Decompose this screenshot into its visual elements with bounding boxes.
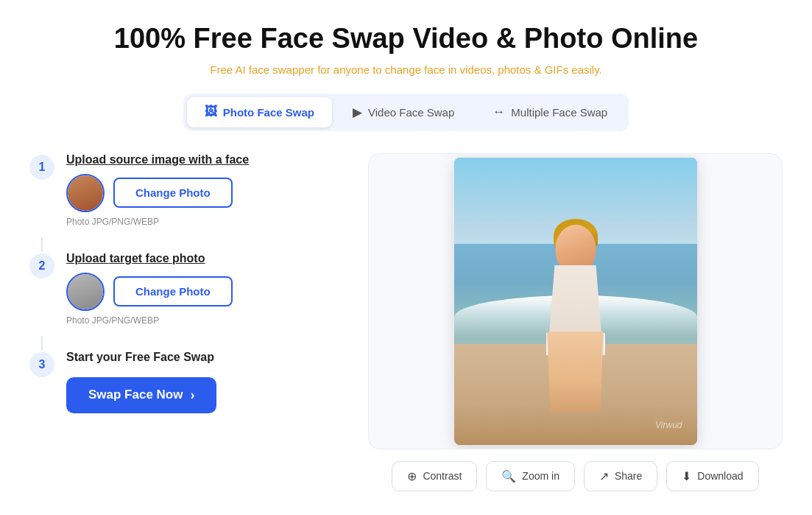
step-2-content: Upload target face photo Change Photo Ph…: [66, 252, 339, 330]
tab-video[interactable]: ▶ Video Face Swap: [335, 97, 472, 127]
right-panel: Virwud ⊕ Contrast 🔍 Zoom in ↗ Share: [368, 153, 783, 491]
download-icon: ⬇: [682, 469, 691, 483]
step-3-number: 3: [29, 352, 54, 377]
step-1-number: 1: [29, 155, 54, 180]
change-photo-target-button[interactable]: Change Photo: [113, 276, 233, 306]
step-1-file-hint: Photo JPG/PNG/WEBP: [66, 217, 339, 227]
person-body: [524, 225, 627, 416]
action-bar: ⊕ Contrast 🔍 Zoom in ↗ Share ⬇ Download: [368, 461, 783, 491]
page-subtitle: Free AI face swapper for anyone to chang…: [29, 63, 783, 76]
main-content: 1 Upload source image with a face Change…: [29, 153, 783, 491]
person-silhouette: [524, 225, 627, 416]
step-divider-2: [41, 336, 43, 351]
contrast-icon: ⊕: [407, 469, 417, 483]
step-1-row: 1 Upload source image with a face Change…: [29, 153, 339, 231]
source-face-preview: [68, 175, 103, 211]
zoom-in-button[interactable]: 🔍 Zoom in: [486, 461, 575, 491]
zoom-in-icon: 🔍: [501, 469, 516, 483]
step-1-label: Upload source image with a face: [66, 153, 339, 167]
step-2-upload-row: Change Photo: [66, 273, 339, 311]
source-avatar: [66, 174, 105, 212]
step-3-content: Start your Free Face Swap Swap Face Now …: [66, 351, 216, 413]
tab-photo[interactable]: 🖼 Photo Face Swap: [187, 97, 332, 127]
step-2-label: Upload target face photo: [66, 252, 339, 265]
video-tab-icon: ▶: [353, 105, 362, 120]
step-divider-1: [41, 237, 43, 252]
page-title: 100% Free Face Swap Video & Photo Online: [29, 22, 783, 56]
page-container: 100% Free Face Swap Video & Photo Online…: [0, 0, 812, 506]
step-1-content: Upload source image with a face Change P…: [66, 153, 339, 231]
preview-image-area: Virwud: [369, 154, 782, 449]
step-2-row: 2 Upload target face photo Change Photo: [29, 252, 339, 330]
step-1-upload-row: Change Photo: [66, 174, 339, 212]
contrast-label: Contrast: [423, 470, 462, 482]
image-preview-box: Virwud: [368, 153, 783, 449]
person-body-torso: [546, 265, 605, 339]
zoom-in-label: Zoom in: [522, 470, 559, 482]
contrast-button[interactable]: ⊕ Contrast: [392, 461, 477, 491]
share-button[interactable]: ↗ Share: [584, 461, 657, 491]
tab-multiple-label: Multiple Face Swap: [511, 106, 607, 119]
step-3-row: 3 Start your Free Face Swap Swap Face No…: [29, 351, 339, 413]
download-label: Download: [697, 470, 743, 482]
person-legs: [544, 332, 607, 413]
beach-photo: Virwud: [454, 158, 697, 445]
tab-multiple[interactable]: ↔ Multiple Face Swap: [475, 97, 625, 127]
tab-photo-label: Photo Face Swap: [223, 106, 314, 119]
step-2-number: 2: [29, 253, 54, 278]
tab-video-label: Video Face Swap: [368, 106, 454, 119]
tabs-inner: 🖼 Photo Face Swap ▶ Video Face Swap ↔ Mu…: [183, 94, 629, 131]
share-icon: ↗: [599, 469, 609, 483]
watermark: Virwud: [655, 420, 682, 430]
multiple-tab-icon: ↔: [493, 105, 505, 119]
share-label: Share: [615, 470, 642, 482]
swap-button-arrow-icon: ›: [190, 388, 194, 403]
target-avatar: [66, 273, 105, 311]
step-3-label: Start your Free Face Swap: [66, 351, 216, 364]
left-panel: 1 Upload source image with a face Change…: [29, 153, 339, 419]
target-face-preview: [68, 274, 103, 309]
swap-face-now-button[interactable]: Swap Face Now ›: [66, 377, 216, 413]
step-2-file-hint: Photo JPG/PNG/WEBP: [66, 315, 339, 326]
change-photo-source-button[interactable]: Change Photo: [113, 178, 233, 208]
photo-tab-icon: 🖼: [205, 105, 217, 119]
download-button[interactable]: ⬇ Download: [666, 461, 758, 491]
tabs-bar: 🖼 Photo Face Swap ▶ Video Face Swap ↔ Mu…: [29, 94, 783, 131]
